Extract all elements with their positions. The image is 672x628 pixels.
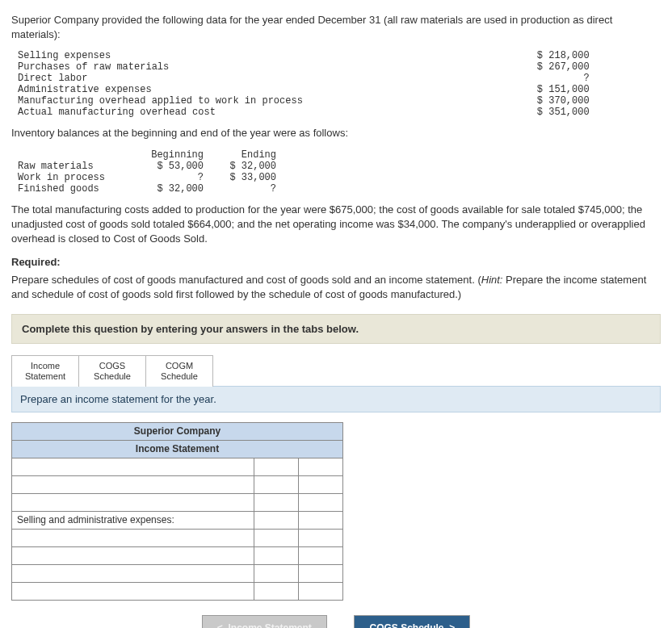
tab-line2: Schedule	[79, 371, 145, 382]
required-pre: Prepare schedules of cost of goods manuf…	[11, 274, 481, 286]
line-value: $ 370,000	[311, 95, 598, 107]
prev-label: Income Statement	[228, 622, 311, 628]
inv-end: ?	[212, 183, 284, 195]
ws-cell[interactable]	[254, 458, 299, 475]
line-value: ?	[311, 73, 598, 84]
line-label: Direct labor	[18, 73, 311, 84]
ws-statement-title: Income Statement	[12, 440, 343, 458]
inv-beg: $ 32,000	[139, 183, 212, 195]
inv-beg: ?	[139, 172, 212, 183]
line-label: Manufacturing overhead applied to work i…	[18, 95, 311, 107]
ws-cell[interactable]	[254, 493, 299, 511]
ws-cell[interactable]	[299, 529, 343, 546]
ws-cell[interactable]	[254, 529, 299, 546]
line-value: $ 151,000	[311, 84, 598, 95]
line-value: $ 351,000	[311, 107, 598, 118]
inv-end: $ 33,000	[212, 172, 284, 183]
nav-buttons: < Income Statement COGS Schedule >	[11, 615, 661, 628]
required-label: Required:	[11, 256, 661, 268]
tab-line1: COGS	[79, 361, 145, 371]
ws-cell[interactable]	[254, 475, 299, 493]
line-value: $ 267,000	[311, 61, 598, 73]
line-label: Administrative expenses	[18, 84, 311, 95]
complete-prompt: Complete this question by entering your …	[11, 314, 661, 344]
tab-line1: Income	[12, 361, 78, 371]
ws-cell[interactable]	[299, 458, 343, 475]
ws-cell[interactable]	[12, 458, 254, 475]
inv-end: $ 32,000	[212, 161, 284, 172]
worksheet-table: Superior Company Income Statement Sellin…	[11, 422, 343, 601]
inventory-table: Beginning Ending Raw materials $ 53,000 …	[18, 149, 284, 195]
ws-cell[interactable]	[12, 582, 254, 600]
inv-header-ending: Ending	[212, 149, 284, 161]
line-label: Purchases of raw materials	[18, 61, 311, 73]
inventory-intro: Inventory balances at the beginning and …	[11, 126, 661, 140]
ws-row-selling-admin[interactable]: Selling and administrative expenses:	[12, 511, 254, 529]
intro-text: Superior Company provided the following …	[11, 13, 661, 42]
next-label: COGS Schedule	[369, 622, 443, 628]
ws-cell[interactable]	[254, 582, 299, 600]
line-label: Actual manufacturing overhead cost	[18, 107, 311, 118]
ws-cell[interactable]	[12, 529, 254, 546]
ws-cell[interactable]	[254, 546, 299, 564]
ws-cell[interactable]	[299, 582, 343, 600]
inv-beg: $ 53,000	[139, 161, 212, 172]
ws-cell[interactable]	[12, 546, 254, 564]
ws-cell[interactable]	[254, 564, 299, 582]
inv-header-blank	[18, 149, 139, 161]
ws-cell[interactable]	[299, 564, 343, 582]
inv-header-beginning: Beginning	[139, 149, 212, 161]
ws-cell[interactable]	[299, 511, 343, 529]
line-value: $ 218,000	[311, 50, 598, 61]
inv-row-label: Raw materials	[18, 161, 139, 172]
required-body: Prepare schedules of cost of goods manuf…	[11, 273, 661, 302]
tab-line2: Statement	[12, 371, 78, 382]
ws-cell[interactable]	[12, 493, 254, 511]
tab-income-statement[interactable]: Income Statement	[11, 355, 79, 387]
ws-cell[interactable]	[299, 493, 343, 511]
next-button[interactable]: COGS Schedule >	[354, 615, 470, 628]
ws-cell[interactable]	[254, 511, 299, 529]
ws-company-title: Superior Company	[12, 422, 343, 440]
inv-row-label: Finished goods	[18, 183, 139, 195]
chevron-right-icon: >	[449, 622, 455, 628]
line-label: Selling expenses	[18, 50, 311, 61]
narrative-text: The total manufacturing costs added to p…	[11, 203, 661, 247]
tab-cogs-schedule[interactable]: COGS Schedule	[78, 355, 146, 387]
sub-instruction: Prepare an income statement for the year…	[11, 386, 661, 412]
ws-cell[interactable]	[12, 564, 254, 582]
tab-cogm-schedule[interactable]: COGM Schedule	[145, 355, 213, 387]
ws-cell[interactable]	[12, 475, 254, 493]
chevron-left-icon: <	[217, 622, 223, 628]
tab-strip: Income Statement COGS Schedule COGM Sche…	[11, 355, 661, 387]
inv-row-label: Work in process	[18, 172, 139, 183]
hint-label: Hint:	[481, 274, 503, 286]
ws-cell[interactable]	[299, 546, 343, 564]
tab-line1: COGM	[146, 361, 212, 371]
given-data-table: Selling expenses$ 218,000 Purchases of r…	[18, 50, 598, 118]
tab-line2: Schedule	[146, 371, 212, 382]
ws-cell[interactable]	[299, 475, 343, 493]
prev-button[interactable]: < Income Statement	[202, 615, 327, 628]
